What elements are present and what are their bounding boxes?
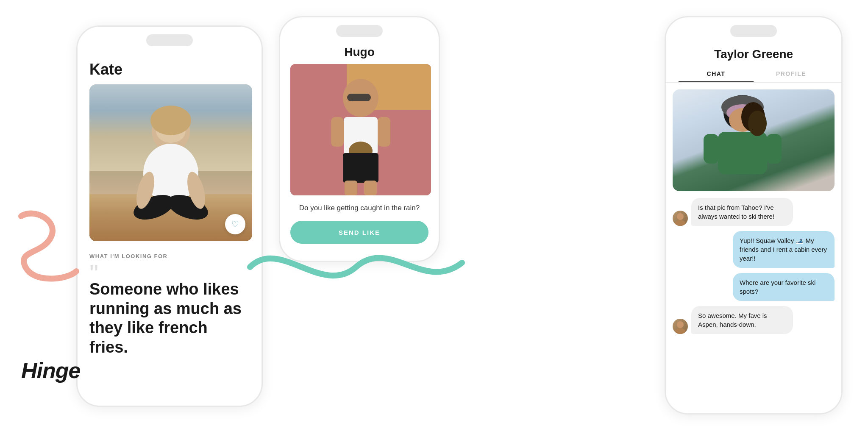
section-label: WHAT I'M LOOKING FOR bbox=[89, 253, 250, 259]
chat-tabs: CHAT PROFILE bbox=[666, 61, 841, 82]
svg-point-28 bbox=[677, 321, 684, 328]
chat-messages: Is that pic from Tahoe? I've always want… bbox=[666, 191, 841, 341]
avatar-icon-2 bbox=[673, 319, 688, 334]
phone-mockup-taylor: Taylor Greene CHAT PROFILE bbox=[665, 16, 843, 415]
kate-profile-photo: ♡ bbox=[89, 84, 252, 241]
heart-icon: ♡ bbox=[231, 219, 239, 229]
send-like-button[interactable]: SEND LIKE bbox=[290, 221, 428, 244]
message-bubble-4: So awesome. My fave is Aspen, hands-down… bbox=[691, 306, 793, 334]
message-row-2: Yup!! Squaw Valley 🎿 My friends and I re… bbox=[673, 231, 835, 268]
svg-point-27 bbox=[675, 220, 686, 226]
message-row-4: So awesome. My fave is Aspen, hands-down… bbox=[673, 306, 835, 334]
avatar-icon-1 bbox=[673, 211, 688, 226]
message-row-1: Is that pic from Tahoe? I've always want… bbox=[673, 198, 835, 226]
svg-rect-16 bbox=[364, 181, 377, 195]
app-logo: Hinge bbox=[21, 358, 80, 383]
message-bubble-2: Yup!! Squaw Valley 🎿 My friends and I re… bbox=[733, 231, 835, 268]
looking-for-text: Someone who likes running as much as the… bbox=[89, 280, 250, 357]
svg-rect-25 bbox=[766, 134, 782, 164]
taylor-profile-photo bbox=[673, 89, 835, 191]
svg-rect-12 bbox=[378, 117, 390, 147]
phone-mockup-hugo: Hugo Do bbox=[279, 16, 440, 262]
svg-rect-11 bbox=[331, 117, 344, 147]
message-bubble-1: Is that pic from Tahoe? I've always want… bbox=[691, 198, 793, 226]
hugo-profile-photo bbox=[290, 64, 431, 195]
svg-rect-14 bbox=[343, 153, 378, 183]
tabs-divider bbox=[666, 82, 841, 83]
svg-rect-15 bbox=[345, 181, 357, 195]
sender-avatar-1 bbox=[673, 211, 688, 226]
phone-mockup-kate: Kate ♡ WHAT I'M LOO bbox=[76, 25, 263, 407]
kate-profile-content: Kate ♡ WHAT I'M LOO bbox=[78, 52, 262, 365]
hugo-name: Hugo bbox=[290, 45, 428, 59]
svg-rect-9 bbox=[347, 94, 371, 101]
svg-point-23 bbox=[748, 111, 767, 136]
svg-point-29 bbox=[675, 328, 686, 334]
phone-notch-1 bbox=[146, 34, 193, 46]
svg-rect-24 bbox=[704, 134, 719, 164]
kate-person-silhouette bbox=[111, 97, 230, 241]
svg-point-26 bbox=[677, 213, 684, 220]
tab-profile[interactable]: PROFILE bbox=[754, 66, 829, 82]
message-row-3: Where are your favorite ski spots? bbox=[673, 273, 835, 301]
sender-avatar-2 bbox=[673, 319, 688, 334]
hugo-profile-content: Hugo Do bbox=[280, 39, 439, 250]
svg-point-2 bbox=[150, 106, 191, 135]
phone-notch-2 bbox=[336, 25, 383, 37]
kate-name: Kate bbox=[89, 61, 250, 78]
message-bubble-3: Where are your favorite ski spots? bbox=[733, 273, 835, 301]
taylor-name: Taylor Greene bbox=[666, 41, 841, 61]
svg-rect-21 bbox=[718, 132, 767, 174]
hugo-person-silhouette bbox=[314, 68, 407, 195]
heart-button[interactable]: ♡ bbox=[225, 214, 245, 234]
hugo-prompt: Do you like getting caught in the rain? bbox=[290, 204, 428, 212]
taylor-chat-content: Taylor Greene CHAT PROFILE bbox=[666, 41, 841, 341]
tab-chat[interactable]: CHAT bbox=[679, 66, 754, 82]
phone-notch-3 bbox=[730, 25, 777, 37]
logo-text: Hinge bbox=[21, 358, 80, 383]
taylor-person-silhouette bbox=[687, 89, 798, 191]
